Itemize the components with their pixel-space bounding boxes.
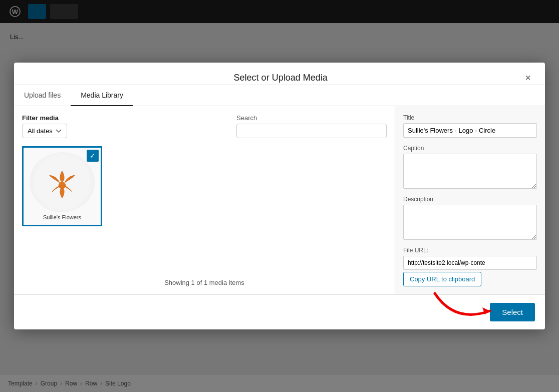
flower-logo-svg [40, 160, 85, 205]
modal-title: Select or Upload Media [38, 73, 523, 83]
file-url-label: File URL: [403, 247, 537, 254]
title-field-group: Title [403, 114, 537, 138]
filter-group: Filter media All dates [22, 114, 67, 138]
description-textarea[interactable] [403, 205, 537, 240]
modal-tabs: Upload files Media Library [14, 85, 545, 106]
media-thumbnail [30, 152, 95, 212]
select-button[interactable]: Select [490, 303, 535, 321]
description-label: Description [403, 196, 537, 203]
title-label: Title [403, 114, 537, 121]
svg-marker-3 [482, 307, 490, 314]
search-input[interactable] [236, 124, 387, 138]
tab-upload[interactable]: Upload files [14, 85, 71, 106]
copy-url-button[interactable]: Copy URL to clipboard [403, 272, 481, 286]
caption-label: Caption [403, 145, 537, 152]
file-url-field-group: File URL: Copy URL to clipboard [403, 247, 537, 286]
filter-media-label: Filter media [22, 114, 67, 122]
media-modal: Select or Upload Media × Upload files Me… [14, 63, 545, 329]
file-url-input[interactable] [403, 256, 537, 270]
media-count: Showing 1 of 1 media items [22, 279, 387, 286]
details-panel: Title Caption Description File URL: Copy… [395, 106, 545, 294]
title-input[interactable] [403, 123, 537, 138]
media-item-checkbox: ✓ [87, 150, 99, 162]
media-item-label: Sullie's Flowers [43, 214, 81, 220]
filter-row: Filter media All dates Search [22, 114, 387, 138]
description-field-group: Description [403, 196, 537, 240]
modal-body: Filter media All dates Search ✓ [14, 106, 545, 294]
media-panel: Filter media All dates Search ✓ [14, 106, 395, 294]
caption-textarea[interactable] [403, 154, 537, 189]
modal-header: Select or Upload Media × [14, 63, 545, 85]
modal-footer: Select [14, 294, 545, 329]
search-group: Search [236, 114, 387, 138]
modal-close-button[interactable]: × [523, 71, 533, 85]
caption-field-group: Caption [403, 145, 537, 189]
modal-overlay: Select or Upload Media × Upload files Me… [0, 0, 559, 392]
media-grid: ✓ [22, 146, 387, 271]
date-filter-select[interactable]: All dates [22, 124, 67, 138]
media-item[interactable]: ✓ [22, 146, 102, 226]
search-label: Search [236, 114, 387, 122]
tab-media-library[interactable]: Media Library [71, 85, 133, 106]
